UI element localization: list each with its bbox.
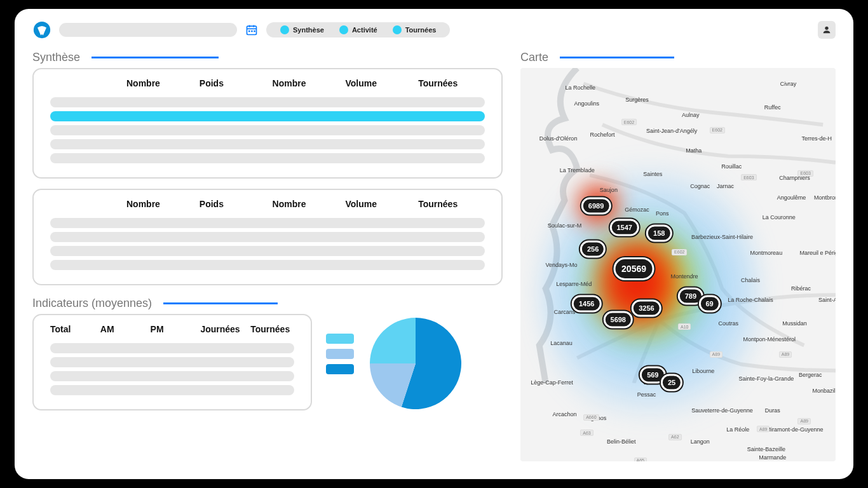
col-header: AM: [100, 324, 144, 334]
table-row[interactable]: [50, 385, 294, 395]
col-header: PM: [151, 324, 194, 334]
map-city-label: Rouillac: [721, 163, 742, 170]
topbar: Synthèse Activité Tournées: [32, 20, 836, 39]
title-underline: [163, 302, 278, 304]
table-row[interactable]: [50, 246, 485, 256]
map-city-label: Montbron: [814, 194, 836, 201]
map-road-badge: E602: [621, 119, 637, 125]
logo-icon: [32, 20, 51, 39]
map-cluster-marker[interactable]: 6989: [581, 197, 611, 214]
tab-tournees[interactable]: Tournées: [385, 24, 444, 36]
map-city-label: Langon: [691, 438, 710, 445]
map-road-badge: A63: [580, 430, 593, 436]
table-row[interactable]: [50, 97, 485, 107]
map-city-label: Sainte-Foy-la-Grande: [739, 376, 794, 382]
map-city-label: Mussidan: [782, 320, 807, 327]
col-header: Nombre: [273, 78, 339, 88]
table-row[interactable]: [50, 139, 485, 149]
pie-slice: [370, 318, 416, 363]
map-road-badge: E603: [797, 170, 813, 177]
table-row[interactable]: [50, 357, 294, 367]
synthese-table-1: Nombre Poids Nombre Volume Tournées: [32, 68, 503, 179]
table-row[interactable]: [50, 232, 485, 242]
table-row[interactable]: [50, 260, 485, 270]
map-city-label: Bergerac: [799, 372, 822, 378]
pie-legend: [326, 334, 354, 374]
tab-label: Synthèse: [293, 26, 324, 34]
map-city-label: Libourne: [692, 368, 714, 374]
map-city-label: Arcachon: [552, 411, 576, 417]
map-city-label: Pons: [656, 210, 669, 217]
legend-swatch-1: [326, 334, 354, 344]
map-city-label: La Couronne: [763, 214, 796, 220]
col-header: Poids: [200, 78, 266, 88]
dot-icon: [393, 25, 402, 34]
indicateurs-table: Total AM PM Journées Tournées: [32, 314, 312, 410]
map-city-label: La Rochelle: [565, 85, 595, 91]
title-underline: [560, 57, 674, 58]
map-road-badge: A65: [634, 458, 647, 461]
tab-synthese[interactable]: Synthèse: [273, 24, 332, 36]
tab-activite[interactable]: Activité: [332, 24, 385, 36]
user-menu-button[interactable]: [818, 21, 836, 39]
map-cluster-marker[interactable]: 25: [661, 374, 682, 391]
title-underline: [92, 57, 219, 58]
calendar-button[interactable]: [245, 23, 259, 37]
dot-icon: [339, 25, 348, 34]
map-cluster-marker[interactable]: 158: [646, 224, 672, 241]
map-city-label: Ruffec: [764, 104, 781, 111]
map-city-label: La Tremblade: [560, 167, 595, 173]
map-road-badge: E602: [710, 127, 725, 133]
indicateurs-section: Indicateurs (moyennes) Total AM PM Journ…: [32, 297, 503, 414]
col-header: Tournées: [418, 78, 485, 88]
map-city-label: Saint-Jean-d'Angély: [646, 128, 697, 134]
map-cluster-marker[interactable]: 256: [580, 240, 606, 257]
map-road-badge: A89: [779, 351, 792, 358]
map-city-label: Sainte-Bazeille: [747, 446, 785, 452]
heatmap[interactable]: La RochelleAngoulinsSurgèresCivrayAulnay…: [520, 68, 836, 461]
map-city-label: Montpon-Ménestérol: [743, 336, 796, 342]
table-row-selected[interactable]: [50, 111, 485, 121]
col-header: [50, 199, 120, 209]
map-city-label: Surgères: [625, 97, 649, 103]
map-city-label: Miramont-de-Guyenne: [766, 426, 823, 433]
table-row[interactable]: [50, 218, 485, 228]
map-city-label: Cognac: [690, 183, 710, 189]
table-row[interactable]: [50, 371, 294, 381]
map-city-label: Barbezieux-Saint-Hilaire: [691, 234, 753, 240]
map-city-label: Pessac: [637, 391, 656, 398]
map-city-label: Lesparre-Méd: [556, 281, 592, 287]
map-city-label: Angoulins: [574, 100, 599, 107]
map-road-badge: E602: [672, 249, 687, 255]
col-header: Tournées: [250, 324, 294, 334]
main-content: Synthèse Nombre Poids Nombre Volume Tour…: [32, 51, 836, 461]
section-title-synthese: Synthèse: [32, 51, 503, 64]
map-cluster-marker[interactable]: 20569: [613, 257, 654, 280]
map-city-label: La Réole: [726, 426, 749, 433]
map-cluster-marker[interactable]: 5698: [604, 311, 633, 329]
table-row[interactable]: [50, 125, 485, 135]
map-city-label: Matha: [686, 147, 702, 154]
search-input[interactable]: [59, 23, 237, 37]
legend-swatch-2: [326, 349, 354, 359]
map-cluster-marker[interactable]: 69: [698, 295, 720, 313]
dot-icon: [280, 25, 289, 34]
svg-rect-5: [248, 30, 250, 32]
pie-chart: [368, 316, 463, 414]
table-row[interactable]: [50, 343, 294, 353]
left-column: Synthèse Nombre Poids Nombre Volume Tour…: [32, 51, 503, 461]
table-row[interactable]: [50, 153, 485, 163]
col-header: Poids: [200, 199, 266, 209]
map-city-label: Terres-de-H: [801, 135, 832, 142]
map-city-label: Gémozac: [625, 207, 649, 213]
map-city-label: Saujon: [600, 187, 618, 193]
table-header-row: Nombre Poids Nombre Volume Tournées: [43, 196, 492, 214]
map-city-label: Jarnac: [717, 183, 734, 189]
map-cluster-marker[interactable]: 1456: [572, 295, 601, 313]
map-cluster-marker[interactable]: 3256: [632, 299, 661, 316]
map-city-label: Chalais: [741, 277, 760, 283]
map-city-label: La Roche-Chalais: [728, 297, 773, 303]
map-cluster-marker[interactable]: 1547: [609, 219, 639, 236]
map-city-label: Rochefort: [590, 132, 614, 138]
map-city-label: Sauveterre-de-Guyenne: [691, 407, 753, 414]
